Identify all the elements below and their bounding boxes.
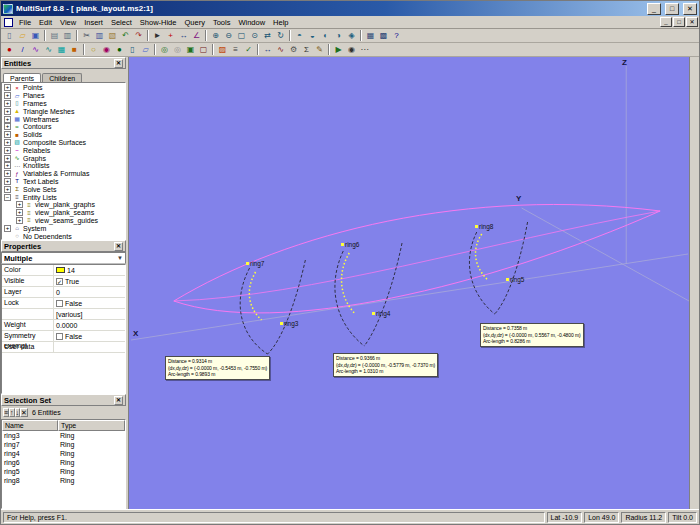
curve-tool-button[interactable]: ∿ [29, 44, 42, 56]
expand-icon[interactable]: + [4, 131, 11, 138]
minimize-button[interactable]: _ [647, 3, 661, 15]
tree-item-view-plank-seams[interactable]: +≡view_plank_seams [4, 209, 125, 217]
open-folder-button[interactable]: ▱ [16, 30, 29, 42]
expand-icon[interactable]: + [4, 147, 11, 154]
expand-icon[interactable]: + [4, 186, 11, 193]
property-value[interactable]: ✓True [54, 278, 125, 285]
layer-manager-button[interactable]: ≡ [229, 44, 242, 56]
expand-icon[interactable]: + [4, 123, 11, 130]
print-button[interactable]: ▤ [48, 30, 61, 42]
menu-tools[interactable]: Tools [209, 16, 235, 29]
copy-button[interactable]: ▥ [93, 30, 106, 42]
zoom-out-button[interactable]: ⊖ [222, 30, 235, 42]
expand-icon[interactable]: + [16, 217, 23, 224]
ring-label-ring3[interactable]: ring3 [280, 320, 298, 327]
sum-calculator-button[interactable]: Σ [300, 44, 313, 56]
entities-tree[interactable]: +×Points+▱Planes+▯Frames+▲Triangle Meshe… [1, 82, 126, 240]
paste-button[interactable]: ▧ [106, 30, 119, 42]
tree-item-solve-sets[interactable]: +ΣSolve Sets [4, 185, 125, 193]
mdi-close-button[interactable]: ✕ [686, 17, 698, 27]
tree-item-composite-surfaces[interactable]: +▨Composite Surfaces [4, 139, 125, 147]
more-options-button[interactable]: ⋯ [358, 44, 371, 56]
remove-icon[interactable]: ✕ [20, 408, 28, 417]
ring-label-ring8[interactable]: ring8 [475, 223, 493, 230]
view-right-button[interactable]: ◑ [332, 30, 345, 42]
menu-insert[interactable]: Insert [80, 16, 107, 29]
ring-label-ring5[interactable]: ring5 [506, 276, 524, 283]
expand-icon[interactable]: + [4, 139, 11, 146]
print-preview-button[interactable]: ▥ [61, 30, 74, 42]
selection-row-ring5[interactable]: ring5Ring [2, 467, 125, 476]
menu-view[interactable]: View [56, 16, 80, 29]
point-tool-button[interactable]: ● [3, 44, 16, 56]
property-value[interactable]: 0 [54, 289, 125, 296]
undo-button[interactable]: ↶ [119, 30, 132, 42]
tree-item-contours[interactable]: +≈Contours [4, 123, 125, 131]
property-value[interactable]: [various] [54, 311, 125, 318]
tree-item-system[interactable]: +⌂System [4, 224, 125, 232]
selection-panel-header[interactable]: Selection Set ✕ [1, 394, 126, 406]
selection-row-ring6[interactable]: ring6Ring [2, 458, 125, 467]
shaded-display-button[interactable]: ▩ [377, 30, 390, 42]
property-value[interactable]: 14 [54, 267, 125, 274]
expand-icon[interactable]: + [4, 92, 11, 99]
property-value[interactable]: False [54, 333, 125, 340]
bead-tool-button[interactable]: ● [113, 44, 126, 56]
close-button[interactable]: ✕ [683, 3, 697, 15]
camera-view-button[interactable]: ◉ [345, 44, 358, 56]
save-button[interactable]: ▣ [29, 30, 42, 42]
property-value[interactable]: 0.0000 [54, 322, 125, 329]
expand-icon[interactable]: + [16, 209, 23, 216]
add-point-button[interactable]: + [164, 30, 177, 42]
checkbox-icon[interactable] [56, 300, 63, 307]
tab-parents[interactable]: Parents [3, 73, 41, 82]
expand-icon[interactable]: + [4, 155, 11, 162]
tree-item-graphs[interactable]: +∿Graphs [4, 154, 125, 162]
edit-notes-button[interactable]: ✎ [313, 44, 326, 56]
menu-query[interactable]: Query [180, 16, 208, 29]
ring-tool-button[interactable]: ○ [87, 44, 100, 56]
properties-panel-header[interactable]: Properties ✕ [1, 240, 126, 252]
viewport[interactable]: XYZring7ring3ring6ring4ring8ring5Distanc… [129, 57, 689, 509]
surface-tool-button[interactable]: ▦ [55, 44, 68, 56]
menu-select[interactable]: Select [107, 16, 136, 29]
tree-item-relabels[interactable]: +~Relabels [4, 146, 125, 154]
show-entities-button[interactable]: ◎ [158, 44, 171, 56]
tree-item-view-plank-graphs[interactable]: +≡view_plank_graphs [4, 201, 125, 209]
filter-icon[interactable]: ▼ [117, 255, 123, 261]
tree-item-points[interactable]: +×Points [4, 84, 125, 92]
entities-close-icon[interactable]: ✕ [114, 59, 123, 68]
view-top-button[interactable]: ◓ [293, 30, 306, 42]
hide-all-button[interactable]: ▢ [197, 44, 210, 56]
menu-show-hide[interactable]: Show-Hide [136, 16, 181, 29]
tree-item-text-labels[interactable]: +TText Labels [4, 178, 125, 186]
checkbox-icon[interactable] [56, 333, 63, 340]
measure-angle-button[interactable]: ∠ [190, 30, 203, 42]
selection-row-ring8[interactable]: ring8Ring [2, 476, 125, 485]
query-distance-button[interactable]: ↔ [261, 44, 274, 56]
column-name[interactable]: Name [2, 420, 58, 431]
cut-button[interactable]: ✂ [80, 30, 93, 42]
help-button[interactable]: ? [390, 30, 403, 42]
menu-window[interactable]: Window [234, 16, 269, 29]
properties-close-icon[interactable]: ✕ [114, 242, 123, 251]
snake-tool-button[interactable]: ∿ [42, 44, 55, 56]
collapse-icon[interactable]: − [4, 194, 11, 201]
selection-row-ring4[interactable]: ring4Ring [2, 449, 125, 458]
view-left-button[interactable]: ◐ [319, 30, 332, 42]
pan-button[interactable]: ⇄ [261, 30, 274, 42]
ring-label-ring4[interactable]: ring4 [372, 310, 390, 317]
tree-item-knotlists[interactable]: +⋯Knotlists [4, 162, 125, 170]
select-arrow-button[interactable]: ► [151, 30, 164, 42]
zoom-window-button[interactable]: ▢ [235, 30, 248, 42]
expand-icon[interactable]: + [4, 84, 11, 91]
play-animation-button[interactable]: ▶ [332, 44, 345, 56]
column-type[interactable]: Type [58, 420, 125, 431]
ring-label-ring7[interactable]: ring7 [246, 260, 264, 267]
frame-tool-button[interactable]: ▯ [126, 44, 139, 56]
title-bar[interactable]: MultiSurf 8.8 - [ plank_layout.ms2:1] _ … [1, 1, 699, 16]
measure-distance-button[interactable]: ↔ [177, 30, 190, 42]
tree-item-entity-lists[interactable]: −≡Entity Lists [4, 193, 125, 201]
selection-close-icon[interactable]: ✕ [114, 396, 123, 405]
selection-row-ring3[interactable]: ring3Ring [2, 431, 125, 440]
